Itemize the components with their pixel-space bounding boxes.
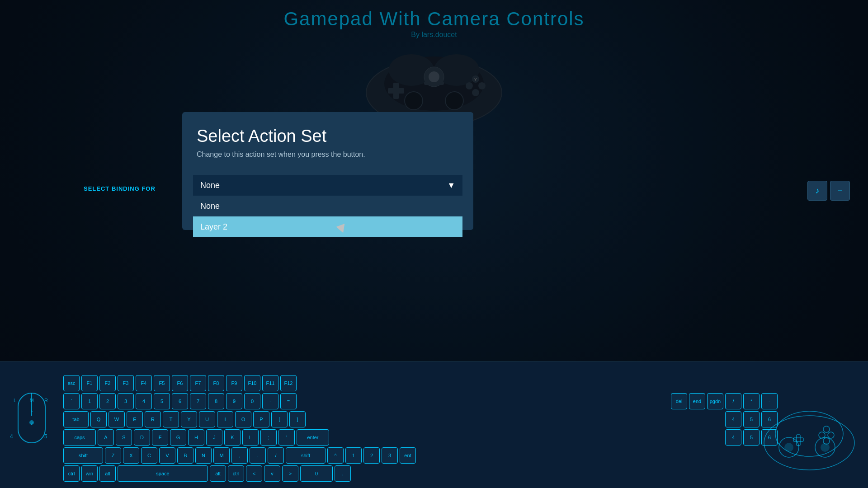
key-q[interactable]: Q xyxy=(90,411,107,427)
key-f12[interactable]: F12 xyxy=(280,375,297,391)
key-h[interactable]: H xyxy=(188,429,204,446)
key-numpad-5[interactable]: 5 xyxy=(743,411,760,427)
key-numpad-slash[interactable]: / xyxy=(725,393,741,409)
key-caps[interactable]: caps xyxy=(63,429,96,446)
music-button[interactable]: ♪ xyxy=(807,181,827,201)
key-a[interactable]: A xyxy=(98,429,114,446)
key-v[interactable]: V xyxy=(159,447,175,464)
key-j[interactable]: J xyxy=(206,429,222,446)
key-tab[interactable]: tab xyxy=(63,411,89,427)
key-numpad-ent[interactable]: ent xyxy=(400,447,416,464)
key-r[interactable]: R xyxy=(145,411,161,427)
key-backtick[interactable]: ` xyxy=(63,393,80,409)
key-numpad-2[interactable]: 2 xyxy=(363,447,380,464)
key-y[interactable]: Y xyxy=(181,411,197,427)
modal-title: Select Action Set xyxy=(197,127,459,146)
key-i[interactable]: I xyxy=(217,411,233,427)
key-f8[interactable]: F8 xyxy=(208,375,224,391)
key-n[interactable]: N xyxy=(195,447,212,464)
key-numpad-5b[interactable]: 5 xyxy=(743,429,760,446)
key-t[interactable]: T xyxy=(163,411,179,427)
key-lctrl[interactable]: ctrl xyxy=(63,465,80,482)
key-numpad-1[interactable]: 1 xyxy=(345,447,362,464)
key-5[interactable]: 5 xyxy=(154,393,170,409)
key-esc[interactable]: esc xyxy=(63,375,80,391)
key-numpad-star[interactable]: * xyxy=(743,393,760,409)
key-ralt[interactable]: alt xyxy=(210,465,226,482)
key-numpad-4b[interactable]: 4 xyxy=(725,429,741,446)
key-minus[interactable]: - xyxy=(262,393,278,409)
minus-button[interactable]: − xyxy=(830,181,850,201)
key-f9[interactable]: F9 xyxy=(226,375,242,391)
key-z[interactable]: Z xyxy=(105,447,121,464)
key-f10[interactable]: F10 xyxy=(244,375,260,391)
key-7[interactable]: 7 xyxy=(190,393,206,409)
key-left-arrow[interactable]: < xyxy=(246,465,262,482)
key-numpad-4[interactable]: 4 xyxy=(725,411,741,427)
key-f7[interactable]: F7 xyxy=(190,375,206,391)
key-x[interactable]: X xyxy=(123,447,139,464)
key-f5[interactable]: F5 xyxy=(154,375,170,391)
key-w[interactable]: W xyxy=(108,411,125,427)
key-enter[interactable]: enter xyxy=(297,429,329,446)
key-rshift[interactable]: shift xyxy=(286,447,326,464)
option-layer2[interactable]: Layer 2 xyxy=(193,216,462,237)
key-1[interactable]: 1 xyxy=(81,393,98,409)
key-8[interactable]: 8 xyxy=(208,393,224,409)
key-numpad-dot[interactable]: . xyxy=(335,465,351,482)
key-f2[interactable]: F2 xyxy=(99,375,116,391)
key-del[interactable]: del xyxy=(671,393,687,409)
key-k[interactable]: K xyxy=(224,429,241,446)
option-none[interactable]: None xyxy=(193,196,462,216)
key-numpad-3[interactable]: 3 xyxy=(382,447,398,464)
key-g[interactable]: G xyxy=(170,429,186,446)
key-b[interactable]: B xyxy=(177,447,193,464)
key-equals[interactable]: = xyxy=(280,393,297,409)
key-lbracket[interactable]: [ xyxy=(271,411,288,427)
key-0[interactable]: 0 xyxy=(244,393,260,409)
key-down-arrow[interactable]: v xyxy=(264,465,280,482)
action-set-dropdown[interactable]: None ▼ None Layer 2 xyxy=(193,175,462,196)
key-s[interactable]: S xyxy=(116,429,132,446)
key-c[interactable]: C xyxy=(141,447,157,464)
key-comma[interactable]: , xyxy=(231,447,248,464)
svg-point-27 xyxy=(764,416,854,470)
key-f1[interactable]: F1 xyxy=(81,375,98,391)
key-l[interactable]: L xyxy=(242,429,259,446)
keyboard: esc F1 F2 F3 F4 F5 F6 F7 F8 F9 F10 F11 F… xyxy=(63,375,778,483)
key-f11[interactable]: F11 xyxy=(262,375,278,391)
key-right-arrow[interactable]: > xyxy=(282,465,298,482)
key-d[interactable]: D xyxy=(134,429,150,446)
key-f6[interactable]: F6 xyxy=(172,375,188,391)
key-m[interactable]: M xyxy=(213,447,230,464)
key-semicolon[interactable]: ; xyxy=(260,429,277,446)
key-up-arrow[interactable]: ^ xyxy=(327,447,344,464)
key-u[interactable]: U xyxy=(199,411,215,427)
key-3[interactable]: 3 xyxy=(118,393,134,409)
key-end[interactable]: end xyxy=(689,393,705,409)
key-lshift[interactable]: shift xyxy=(63,447,103,464)
key-fwdslash[interactable]: / xyxy=(268,447,284,464)
key-lalt[interactable]: alt xyxy=(99,465,116,482)
key-quote[interactable]: ' xyxy=(278,429,295,446)
key-rbracket[interactable]: ] xyxy=(289,411,306,427)
key-4[interactable]: 4 xyxy=(136,393,152,409)
key-numpad-0[interactable]: 0 xyxy=(300,465,333,482)
key-f4[interactable]: F4 xyxy=(136,375,152,391)
key-f[interactable]: F xyxy=(152,429,168,446)
key-e[interactable]: E xyxy=(127,411,143,427)
key-space[interactable]: space xyxy=(118,465,208,482)
key-rctrl[interactable]: ctrl xyxy=(228,465,244,482)
key-2[interactable]: 2 xyxy=(99,393,116,409)
key-f3[interactable]: F3 xyxy=(118,375,134,391)
dropdown-selected-value[interactable]: None ▼ xyxy=(193,175,462,196)
key-9[interactable]: 9 xyxy=(226,393,242,409)
key-pgdn[interactable]: pgdn xyxy=(707,393,723,409)
svg-point-35 xyxy=(823,426,830,432)
key-win[interactable]: win xyxy=(81,465,98,482)
dropdown-options-list: None Layer 2 xyxy=(193,196,462,237)
key-period[interactable]: . xyxy=(250,447,266,464)
key-o[interactable]: O xyxy=(235,411,251,427)
key-p[interactable]: P xyxy=(253,411,269,427)
key-6[interactable]: 6 xyxy=(172,393,188,409)
